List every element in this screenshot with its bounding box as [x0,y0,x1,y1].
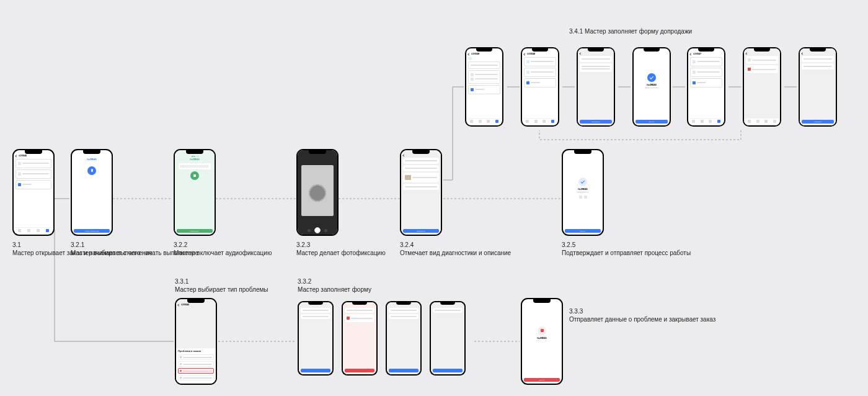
phone-331: #29046 Проблема в заказе [175,298,217,385]
phone-332-a [298,301,334,376]
submit-button[interactable] [389,369,418,372]
order-title: #29046 [181,304,189,307]
status-pill: · [468,57,472,60]
label-333: 3.3.3Отправляет данные о проблеме и закр… [569,307,715,323]
submit-button[interactable] [301,369,330,372]
order-title: #29046 [19,155,27,158]
close-button[interactable]: Закрыть [524,378,560,382]
phone-341-b: #29048 [521,47,559,127]
phone-332-b [342,301,378,376]
status-text: Запись сохранена [634,87,670,89]
label-325: 3.2.5Подтверждает и отправляет процесс р… [562,241,691,257]
label-324: 3.2.4Отмечает вид диагностики и описание [400,241,511,257]
sheet-title: Проблема в заказе [178,350,214,353]
order-title: #29048 [527,53,535,56]
problem-option-selected[interactable] [178,368,214,374]
phone-332-c [386,301,422,376]
send-button[interactable]: Отправить [802,120,834,124]
order-num-blue: №29046 [74,158,110,161]
start-button[interactable]: Начать выполнение [74,229,110,233]
confirm-icon [647,73,656,82]
mic-icon[interactable] [87,166,96,175]
camera-viewfinder [301,165,333,216]
status-text: Заказ завершен [563,191,603,193]
phone-341-e [743,47,781,127]
phone-324: Продолжить [400,149,442,236]
phone-341-confirm: №29048 Запись сохранена Закрыть [632,47,671,127]
phone-332-d [430,301,466,376]
record-icon[interactable] [190,171,199,180]
phone-323 [296,149,339,236]
problem-option[interactable] [178,354,214,360]
label-323: 3.2.3Мастер делает фотофиксацию [296,241,386,257]
phone-31: #29046 [12,149,55,236]
phone-333: №29046 ··· Закрыть [521,298,563,385]
problem-option[interactable] [178,361,214,367]
tabbar[interactable] [15,227,52,233]
order-title: #29048 [471,53,479,56]
label-332: 3.3.2Мастер заполняет форму [298,277,371,294]
shutter-button[interactable] [314,227,321,233]
phone-322: №29046 Продолжить [174,149,216,236]
continue-button[interactable]: Продолжить [177,229,213,233]
label-341: 3.4.1 Мастер заполняет форму допродажи [569,27,692,35]
label-322: 3.2.2Мастер включает аудиофиксацию [174,241,272,257]
phone-325: №29046 Заказ завершен Закрыть [562,149,604,236]
close-button[interactable]: Закрыть [565,229,601,233]
close-button[interactable]: Закрыть [636,120,668,124]
order-title: #29047 [693,53,701,56]
flip-camera-icon[interactable] [324,229,327,232]
label-331: 3.3.1Мастер выбирает тип проблемы [175,277,268,294]
submit-button[interactable] [345,369,374,372]
success-icon [578,178,587,186]
phone-321: №29046 ··· Начать выполнение [71,149,113,236]
phone-341-a: #29048 · [465,47,503,127]
gallery-icon[interactable] [308,229,311,232]
error-icon [538,326,546,335]
phone-341-f: Отправить [799,47,837,127]
order-num-green: №29046 [177,158,213,161]
problem-option[interactable] [178,375,214,380]
submit-button[interactable] [433,369,463,372]
continue-button[interactable]: Продолжить [580,120,612,124]
photo-thumbnail [405,175,411,180]
phone-341-c: ··· Продолжить [577,47,615,127]
phone-341-d: #29047 [687,47,725,127]
continue-button[interactable]: Продолжить [403,229,439,233]
